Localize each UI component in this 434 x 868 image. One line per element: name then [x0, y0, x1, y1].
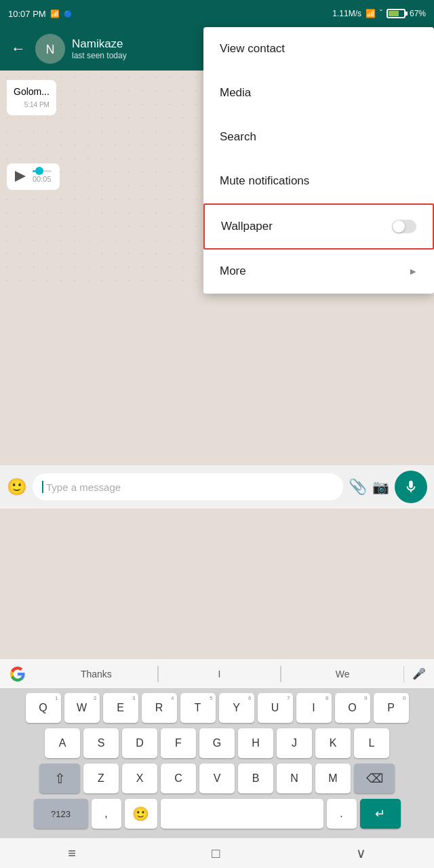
key-r[interactable]: 4R — [142, 693, 177, 723]
nav-back-button[interactable]: ∨ — [356, 845, 366, 861]
progress-bar — [33, 170, 52, 172]
attach-button[interactable]: 📎 — [349, 478, 367, 496]
menu-label: Media — [220, 86, 251, 100]
keyboard-suggestions: Thanks I We 🎤 — [0, 659, 434, 689]
text-cursor — [42, 481, 43, 493]
key-d[interactable]: D — [122, 728, 157, 758]
keyboard: Thanks I We 🎤 1Q 2W 3E 4R 5T 6Y 7U 8I 9O… — [0, 659, 434, 838]
menu-label: Search — [220, 130, 256, 144]
status-right: 1.11M/s 📶 ˇ 67% — [332, 9, 426, 18]
menu-item-search[interactable]: Search — [203, 115, 434, 159]
key-comma[interactable]: , — [92, 799, 121, 829]
menu-label: Mute notifications — [220, 174, 309, 188]
svg-text:N: N — [46, 43, 55, 56]
status-bar: 10:07 PM 📶 🔵 1.11M/s 📶 ˇ 67% — [0, 0, 434, 27]
delete-key[interactable]: ⌫ — [354, 764, 395, 793]
key-e[interactable]: 3E — [103, 693, 138, 723]
google-logo — [5, 662, 30, 686]
key-g[interactable]: G — [199, 728, 235, 758]
key-p[interactable]: 0P — [374, 693, 409, 723]
key-row-1: 1Q 2W 3E 4R 5T 6Y 7U 8I 9O 0P — [3, 693, 431, 723]
battery-fill — [389, 11, 399, 16]
signal-bars-icon: ˇ — [380, 9, 382, 18]
enter-key[interactable]: ↵ — [360, 799, 401, 829]
keyboard-mic-icon[interactable]: 🎤 — [404, 667, 434, 680]
suggestion-we[interactable]: We — [281, 666, 404, 682]
key-a[interactable]: A — [45, 728, 80, 758]
battery-percent: 67% — [410, 9, 426, 18]
key-i[interactable]: 8I — [296, 693, 332, 723]
menu-item-media[interactable]: Media — [203, 71, 434, 115]
keyboard-rows: 1Q 2W 3E 4R 5T 6Y 7U 8I 9O 0P A S D F G … — [0, 689, 434, 838]
emoji-button[interactable]: 🙂 — [7, 477, 27, 496]
menu-item-more[interactable]: More ► — [203, 250, 434, 294]
key-row-3: ⇧ Z X C V B N M ⌫ — [3, 764, 431, 793]
key-z[interactable]: Z — [83, 764, 119, 793]
key-k[interactable]: K — [315, 728, 351, 758]
shift-key[interactable]: ⇧ — [39, 764, 80, 793]
key-b[interactable]: B — [238, 764, 273, 793]
key-q[interactable]: 1Q — [26, 693, 61, 723]
avatar-image: N — [35, 34, 65, 64]
key-m[interactable]: M — [315, 764, 351, 793]
key-s[interactable]: S — [83, 728, 119, 758]
network-speed: 1.11M/s — [332, 9, 361, 18]
key-n[interactable]: N — [277, 764, 312, 793]
nav-home-button[interactable]: □ — [212, 846, 220, 861]
spacebar[interactable] — [161, 799, 323, 829]
key-x[interactable]: X — [122, 764, 157, 793]
key-l[interactable]: L — [354, 728, 389, 758]
menu-label: View contact — [220, 42, 285, 56]
key-w[interactable]: 2W — [64, 693, 100, 723]
key-j[interactable]: J — [277, 728, 312, 758]
key-u[interactable]: 7U — [258, 693, 293, 723]
menu-item-wallpaper[interactable]: Wallpaper — [203, 203, 434, 250]
key-y[interactable]: 6Y — [219, 693, 254, 723]
key-t[interactable]: 5T — [180, 693, 216, 723]
input-area: 🙂 Type a message 📎 📷 — [0, 465, 434, 509]
menu-item-view-contact[interactable]: View contact — [203, 27, 434, 71]
key-f[interactable]: F — [161, 728, 196, 758]
toggle-thumb — [393, 220, 405, 233]
battery-icon — [387, 9, 406, 18]
suggestion-thanks[interactable]: Thanks — [35, 666, 158, 682]
wallpaper-toggle[interactable] — [392, 220, 416, 233]
chevron-right-icon: ► — [408, 266, 418, 277]
nav-menu-button[interactable]: ≡ — [68, 846, 76, 861]
menu-item-mute-notifications[interactable]: Mute notifications — [203, 159, 434, 203]
key-row-2: A S D F G H J K L — [3, 728, 431, 758]
key-period[interactable]: . — [327, 799, 357, 829]
dot-icon: 🔵 — [64, 10, 72, 18]
audio-bubble: 00:05 — [7, 163, 60, 190]
mic-button[interactable] — [395, 471, 427, 503]
audio-time: 00:05 — [33, 175, 52, 183]
key-row-4: ?123 , 🙂 . ↵ — [3, 799, 431, 829]
bottom-navigation: ≡ □ ∨ — [0, 838, 434, 868]
avatar[interactable]: N — [35, 34, 65, 64]
key-o[interactable]: 9O — [335, 693, 370, 723]
back-button[interactable]: ← — [8, 37, 28, 60]
key-h[interactable]: H — [238, 728, 273, 758]
numbers-key[interactable]: ?123 — [34, 799, 88, 829]
audio-progress: 00:05 — [33, 170, 52, 183]
camera-button[interactable]: 📷 — [372, 479, 389, 495]
play-button[interactable] — [15, 171, 26, 182]
menu-label: Wallpaper — [221, 220, 273, 233]
message-time: 5:14 PM — [14, 100, 50, 110]
progress-dot — [35, 167, 43, 175]
key-v[interactable]: V — [199, 764, 235, 793]
message-text: Golom... — [14, 86, 50, 97]
dropdown-menu: View contact Media Search Mute notificat… — [203, 27, 434, 294]
message-input-container[interactable]: Type a message — [33, 473, 343, 500]
status-left: 10:07 PM 📶 🔵 — [8, 9, 72, 19]
wifi-icon: 📶 — [366, 9, 376, 18]
key-c[interactable]: C — [161, 764, 196, 793]
message-bubble: Golom... 5:14 PM — [7, 80, 56, 115]
time: 10:07 PM — [8, 9, 46, 19]
message-placeholder: Type a message — [46, 481, 121, 493]
suggestion-i[interactable]: I — [159, 666, 281, 682]
signal-icon: 📶 — [50, 9, 60, 18]
menu-label: More — [220, 264, 246, 278]
emoji-key[interactable]: 🙂 — [125, 799, 157, 829]
